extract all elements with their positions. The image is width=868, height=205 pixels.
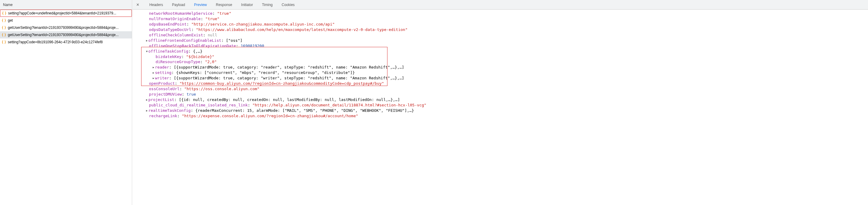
json-value: [{supportWizardMode: true, catagory: "wr… (174, 76, 404, 80)
request-name: getUserSetting?tenantId=219193793999490&… (8, 26, 119, 30)
json-line[interactable]: odpsBaseEndPoint: "http://service.cn-zha… (132, 22, 868, 27)
expand-arrow-icon[interactable]: ▸ (152, 76, 155, 81)
json-line[interactable]: networkRootHumanHelpService: "true" (132, 11, 868, 16)
json-line[interactable]: ▸reader: [{supportWizardMode: true, cata… (132, 65, 868, 70)
json-value: https://expense.console.aliyun.com/?regi… (184, 114, 355, 118)
request-name: setting?appCode=8b191096-264c-472f-9d33-… (8, 40, 103, 44)
request-row[interactable]: getUserSetting?tenantId=219193793999490&… (0, 24, 132, 31)
json-line[interactable]: public_cloud_di_realtime_isolated_res_li… (132, 102, 868, 108)
response-panel: × Headers Payload Preview Response Initi… (132, 0, 868, 205)
request-name: setting?appCode=undefined&projectId=5884… (8, 11, 116, 15)
close-icon[interactable]: × (134, 2, 142, 7)
json-value: {shownKeys: ["concurrent", "mbps", "reco… (176, 70, 355, 75)
tab-response[interactable]: Response (215, 0, 234, 9)
json-braces-icon (2, 18, 6, 23)
json-line[interactable]: offlineOneStopBackToOldExpirationDate: 1… (132, 43, 868, 49)
tab-initiator[interactable]: Initiator (240, 0, 254, 9)
json-value: {readerMaxConcurrent: 15, alarmMode: ["M… (195, 108, 414, 113)
expand-arrow-icon[interactable]: ▸ (145, 97, 148, 102)
json-value: https://help.aliyun.com/document_detail/… (255, 103, 424, 107)
json-value: https://www.alibabacloud.com/help/en/max… (198, 27, 405, 32)
request-row[interactable]: get (0, 17, 132, 24)
json-value: [{id: null, createdBy: null, createdOn: … (179, 97, 400, 102)
json-line[interactable]: projectDMUView: true (132, 92, 868, 97)
json-value: {,…} (193, 49, 203, 54)
json-line[interactable]: ▸setting: {shownKeys: ["concurrent", "mb… (132, 70, 868, 76)
json-value: 1690819200 (241, 43, 264, 48)
network-requests-panel: Name setting?appCode=undefined&projectId… (0, 0, 132, 205)
tab-payload[interactable]: Payload (171, 0, 186, 9)
tab-timing[interactable]: Timing (261, 0, 274, 9)
json-value: [{supportWizardMode: true, catagory: "re… (174, 65, 404, 69)
expand-arrow-icon[interactable]: ▸ (152, 65, 155, 70)
request-list: setting?appCode=undefined&projectId=5884… (0, 10, 132, 46)
json-value: https://oss.console.aliyun.com (187, 87, 257, 91)
json-braces-icon (2, 11, 6, 15)
name-column-header[interactable]: Name (0, 0, 132, 10)
json-braces-icon (2, 26, 6, 30)
json-line[interactable]: openProduct: "https://common-buy.aliyun.… (132, 81, 868, 86)
json-value: null (208, 33, 217, 37)
json-preview-tree[interactable]: networkRootHumanHelpService: "true" null… (132, 10, 868, 119)
json-line[interactable]: nullFormatOriginEnable: "true" (132, 16, 868, 22)
expand-arrow-icon[interactable]: ▸ (145, 38, 148, 43)
request-name: getUserSetting?tenantId=219193793999490&… (8, 33, 119, 37)
collapse-arrow-icon[interactable]: ▾ (145, 49, 148, 54)
json-braces-icon (2, 40, 6, 44)
expand-arrow-icon[interactable]: ▸ (145, 108, 148, 113)
json-value: 2,0 (207, 60, 214, 64)
tabs-row: × Headers Payload Preview Response Initi… (132, 0, 868, 10)
json-line[interactable]: ▾offlineTaskConfig: {,…} (132, 49, 868, 54)
request-row[interactable]: setting?appCode=undefined&projectId=5884… (0, 10, 132, 17)
request-row[interactable]: setting?appCode=8b191096-264c-472f-9d33-… (0, 38, 132, 46)
json-line[interactable]: ossConsoleUrl: "https://oss.console.aliy… (132, 86, 868, 92)
json-line[interactable]: diResourceGroupType: "2,0" (132, 59, 868, 65)
json-value: ["oss"] (226, 38, 242, 43)
json-value: ${bizdate} (189, 54, 212, 59)
request-row[interactable]: getUserSetting?tenantId=219193793999490&… (0, 31, 132, 38)
json-line[interactable]: rechargeLink: "https://expense.console.a… (132, 113, 868, 119)
json-line[interactable]: ▸writer: [{supportWizardMode: true, cata… (132, 76, 868, 81)
tab-cookies[interactable]: Cookies (281, 0, 296, 9)
json-line[interactable]: offlineCheckColumnExist: null (132, 32, 868, 38)
json-line[interactable]: bizdatekKey: "${bizdate}" (132, 54, 868, 60)
json-value: http://service.cn-zhangjiakou.maxcompute… (194, 22, 333, 26)
json-line[interactable]: ▸offlineFrontendConfigEnableList: ["oss"… (132, 38, 868, 43)
tab-preview[interactable]: Preview (193, 0, 208, 9)
json-braces-icon (2, 33, 6, 37)
json-line[interactable]: ▸projectList: [{id: null, createdBy: nul… (132, 97, 868, 102)
tab-headers[interactable]: Headers (148, 0, 164, 9)
json-value: true (220, 11, 229, 16)
json-value: https://common-buy.aliyun.com/?regionId=… (182, 81, 382, 86)
json-value: true (208, 17, 217, 21)
json-line[interactable]: odpsDataTypeDocUrl: "https://www.alibaba… (132, 27, 868, 32)
expand-arrow-icon[interactable]: ▸ (152, 70, 155, 76)
request-name: get (8, 18, 13, 23)
json-value: true (187, 92, 196, 96)
json-line[interactable]: ▸realtimeTaskConfig: {readerMaxConcurren… (132, 108, 868, 113)
